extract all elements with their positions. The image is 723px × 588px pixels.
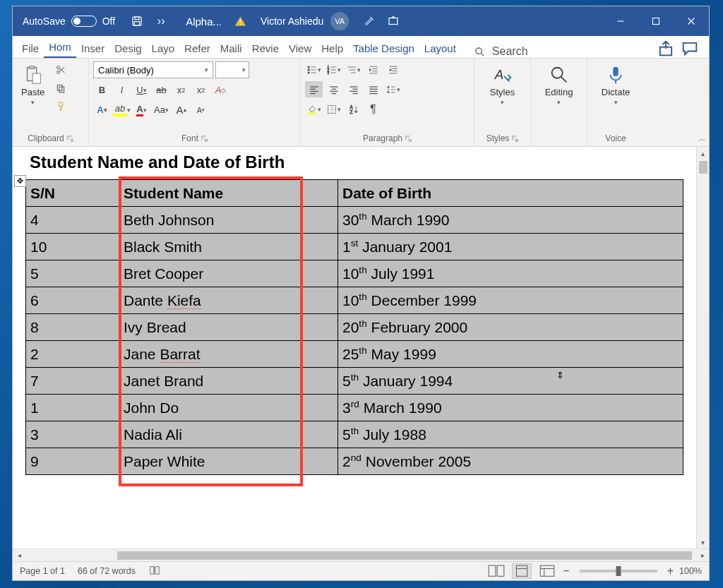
table-row[interactable]: 3Nadia Ali5th July 1988 xyxy=(26,421,683,448)
table-row[interactable]: 2Jane Barrat25th May 1999 xyxy=(26,341,683,368)
show-marks-button[interactable]: ¶ xyxy=(364,101,382,117)
maximize-button[interactable] xyxy=(638,6,674,36)
tab-file[interactable]: File xyxy=(17,39,44,58)
cell-dob[interactable]: 2nd November 2005 xyxy=(338,448,683,475)
tab-table-layout[interactable]: Layout xyxy=(419,39,461,58)
cell-sn[interactable]: 9 xyxy=(26,448,119,475)
shading-button[interactable]: ▾ xyxy=(305,101,323,117)
touch-mode-button[interactable] xyxy=(357,6,381,36)
scroll-thumb[interactable] xyxy=(699,161,707,174)
cell-dob[interactable]: 30th March 1990 xyxy=(338,207,683,234)
bullets-button[interactable]: ▾ xyxy=(305,61,323,78)
collapse-ribbon-button[interactable]: ︿ xyxy=(698,133,706,144)
web-layout-button[interactable] xyxy=(537,563,557,579)
justify-button[interactable] xyxy=(364,81,382,97)
dialog-launcher-icon[interactable] xyxy=(67,136,73,142)
table-move-handle[interactable]: ✥ xyxy=(14,175,26,187)
vertical-scrollbar[interactable]: ▴ ▾ xyxy=(696,147,709,548)
clear-formatting-button[interactable]: A◇ xyxy=(212,82,229,98)
dialog-launcher-icon[interactable] xyxy=(201,136,208,142)
zoom-out-button[interactable]: − xyxy=(563,565,569,577)
cell-name[interactable]: Jane Barrat xyxy=(119,341,338,368)
zoom-in-button[interactable]: + xyxy=(667,565,674,577)
cell-name[interactable]: Nadia Ali xyxy=(119,421,338,448)
cell-dob[interactable]: 20th February 2000 xyxy=(338,314,683,341)
student-table[interactable]: S/N Student Name Date of Birth 4Beth Joh… xyxy=(25,179,683,475)
scroll-up-button[interactable]: ▴ xyxy=(697,147,709,160)
superscript-button[interactable]: x2 xyxy=(192,82,210,98)
multilevel-list-button[interactable]: ▾ xyxy=(345,61,362,78)
cell-name[interactable]: Black Smith xyxy=(119,234,338,260)
cell-dob[interactable]: 1st January 2001 xyxy=(338,234,683,260)
table-row[interactable]: 5Bret Cooper10th July 1991 xyxy=(26,260,683,287)
zoom-slider[interactable] xyxy=(580,570,657,572)
tab-design[interactable]: Desig xyxy=(109,39,146,58)
dialog-launcher-icon[interactable] xyxy=(512,136,518,142)
line-spacing-button[interactable]: ▾ xyxy=(384,81,402,97)
user-account[interactable]: Victor Ashiedu VA xyxy=(252,12,357,30)
search-box[interactable]: Search xyxy=(474,45,528,58)
text-effects-button[interactable]: A ▾ xyxy=(93,102,111,118)
autosave-toggle[interactable]: AutoSave Off xyxy=(13,16,125,27)
cell-dob[interactable]: 25th May 1999 xyxy=(338,341,683,368)
dictate-button[interactable]: Dictate▾ xyxy=(597,61,634,109)
cell-sn[interactable]: 5 xyxy=(26,260,119,287)
align-left-button[interactable] xyxy=(305,81,323,97)
qat-overflow-button[interactable]: ›› xyxy=(149,6,173,36)
cell-sn[interactable]: 4 xyxy=(26,207,119,234)
spell-check-button[interactable] xyxy=(148,565,161,578)
cell-name[interactable]: Beth Johnson xyxy=(119,207,338,234)
page[interactable]: Student Name and Date of Birth ✥ S/N Stu… xyxy=(13,147,696,548)
styles-button[interactable]: A Styles▾ xyxy=(486,61,519,109)
cell-sn[interactable]: 2 xyxy=(26,341,119,368)
numbering-button[interactable]: 123▾ xyxy=(325,61,342,78)
decrease-indent-button[interactable] xyxy=(364,61,382,78)
italic-button[interactable]: I xyxy=(113,82,131,98)
comments-button[interactable] xyxy=(679,40,700,58)
cell-dob[interactable]: 10th December 1999 xyxy=(338,287,683,314)
tab-mailings[interactable]: Maili xyxy=(215,39,247,58)
cell-sn[interactable]: 6 xyxy=(26,287,119,314)
underline-button[interactable]: U ▾ xyxy=(133,82,150,98)
cell-sn[interactable]: 7 xyxy=(26,368,119,395)
tab-review[interactable]: Revie xyxy=(247,39,284,58)
subscript-button[interactable]: x2 xyxy=(172,82,190,98)
font-color-button[interactable]: A ▾ xyxy=(133,102,150,118)
cell-dob[interactable]: 10th July 1991 xyxy=(338,260,683,287)
tab-layout[interactable]: Layo xyxy=(147,39,180,58)
cut-button[interactable] xyxy=(52,61,69,78)
tab-view[interactable]: View xyxy=(284,39,316,58)
cell-dob[interactable]: 5th January 1994 xyxy=(338,368,683,395)
copy-button[interactable] xyxy=(52,80,69,96)
font-name-select[interactable]: Calibri (Body)▾ xyxy=(93,61,213,78)
cell-sn[interactable]: 3 xyxy=(26,421,119,448)
table-row[interactable]: 1John Do3rd March 1990 xyxy=(26,395,683,421)
table-row[interactable]: 9Paper White2nd November 2005 xyxy=(26,448,683,475)
save-button[interactable] xyxy=(125,6,149,36)
scroll-right-button[interactable]: ▸ xyxy=(696,551,709,559)
increase-indent-button[interactable] xyxy=(384,61,402,78)
font-size-select[interactable]: ▾ xyxy=(215,61,249,78)
cell-sn[interactable]: 10 xyxy=(26,234,119,260)
bold-button[interactable]: B xyxy=(93,82,111,98)
sort-button[interactable]: AZ xyxy=(345,101,362,117)
table-row[interactable]: 8Ivy Bread20th February 2000 xyxy=(26,314,683,341)
scroll-left-button[interactable]: ◂ xyxy=(13,551,25,559)
change-case-button[interactable]: Aa▾ xyxy=(153,102,170,118)
horizontal-scrollbar[interactable]: ◂ ▸ xyxy=(13,548,709,561)
highlight-button[interactable]: ab▾ xyxy=(113,102,131,118)
align-right-button[interactable] xyxy=(345,81,362,97)
tab-home[interactable]: Hom xyxy=(44,37,76,58)
strikethrough-button[interactable]: ab xyxy=(153,82,170,98)
cell-name[interactable]: John Do xyxy=(119,395,338,421)
tab-references[interactable]: Refer xyxy=(179,39,215,58)
word-count[interactable]: 66 of 72 words xyxy=(78,566,136,576)
editing-button[interactable]: Editing▾ xyxy=(541,61,578,109)
grow-font-button[interactable]: A▴ xyxy=(172,102,190,118)
page-indicator[interactable]: Page 1 of 1 xyxy=(20,566,65,576)
tab-help[interactable]: Help xyxy=(316,39,348,58)
table-row[interactable]: 7Janet Brand5th January 1994 xyxy=(26,368,683,395)
tab-insert[interactable]: Inser xyxy=(76,39,109,58)
minimize-button[interactable] xyxy=(603,6,638,36)
table-row[interactable]: 10Black Smith1st January 2001 xyxy=(26,234,683,260)
